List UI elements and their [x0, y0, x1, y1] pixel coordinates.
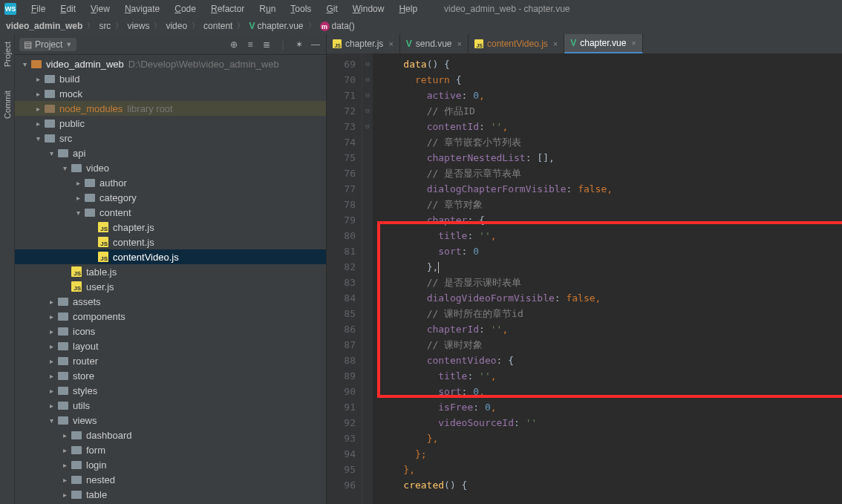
project-tree[interactable]: ▾video_admin_webD:\Develop\Web\video_adm…: [15, 55, 326, 504]
folder-icon: [71, 476, 82, 484]
code-area[interactable]: data() { return { active: 0, // 作品ID con…: [373, 53, 842, 504]
tree-file[interactable]: JStable.js: [15, 264, 326, 279]
crumb-root[interactable]: video_admin_web: [6, 21, 82, 31]
folder-icon: [58, 312, 68, 321]
fold-gutter[interactable]: ⊟⊟⊟⊟⊟: [362, 53, 373, 504]
folder-icon: [71, 164, 82, 172]
tree-folder[interactable]: ▾src: [15, 131, 326, 145]
chevron-right-icon: 〉: [87, 21, 94, 31]
collapse-all-icon[interactable]: ≣: [261, 39, 272, 50]
tree-folder[interactable]: ▸form: [15, 442, 326, 457]
folder-icon: [45, 120, 55, 128]
folder-icon: [58, 327, 68, 336]
menu-refactor[interactable]: Refactor: [205, 2, 250, 16]
hide-icon[interactable]: —: [310, 39, 322, 50]
tree-folder[interactable]: ▸table: [15, 487, 326, 502]
tree-folder[interactable]: ▸build: [15, 71, 326, 86]
tree-folder[interactable]: ▸store: [15, 368, 326, 383]
tree-folder[interactable]: ▾content: [15, 205, 326, 220]
js-file-icon: JS: [98, 237, 108, 247]
editor-pane: JSchapter.js× Vsend.vue× JScontentVideo.…: [327, 34, 842, 504]
menu-run[interactable]: Run: [253, 2, 281, 16]
crumb-views[interactable]: views: [127, 21, 149, 31]
menu-git[interactable]: Git: [320, 2, 343, 16]
tab-chapter-vue[interactable]: Vchapter.vue×: [564, 34, 643, 53]
js-file-icon: JS: [71, 281, 82, 292]
menu-help[interactable]: Help: [393, 2, 423, 16]
sidebar-header: ▤Project▼ ⊕ ≡ ≣ | ✶ —: [15, 34, 326, 55]
left-tab-commit[interactable]: Commit: [3, 88, 12, 122]
tree-folder[interactable]: ▸category: [15, 190, 326, 205]
tree-folder[interactable]: ▸layout: [15, 338, 326, 353]
menu-edit[interactable]: Edit: [54, 2, 82, 16]
tree-folder-node-modules[interactable]: ▸node_moduleslibrary root: [15, 101, 326, 116]
tree-file-selected[interactable]: JScontentVideo.js: [15, 249, 326, 264]
tree-file[interactable]: JSuser.js: [15, 279, 326, 294]
tree-folder[interactable]: ▸nested: [15, 472, 326, 487]
js-file-icon: JS: [333, 39, 342, 48]
folder-icon: [58, 387, 68, 395]
menu-navigate[interactable]: Navigate: [119, 2, 166, 16]
folder-icon: [58, 357, 68, 365]
tree-root[interactable]: ▾video_admin_webD:\Develop\Web\video_adm…: [15, 56, 326, 71]
vue-file-icon: V: [406, 39, 412, 49]
settings-icon[interactable]: ✶: [293, 39, 305, 50]
menu-tools[interactable]: Tools: [284, 2, 317, 16]
close-icon[interactable]: ×: [388, 39, 393, 48]
tab-send-vue[interactable]: Vsend.vue×: [400, 34, 469, 53]
divider: |: [277, 39, 289, 50]
caret: [438, 262, 439, 273]
folder-icon: [85, 194, 95, 202]
crumb-method[interactable]: mdata(): [320, 21, 355, 32]
folder-icon: [85, 179, 95, 187]
folder-icon: [58, 342, 68, 350]
tab-chapter-js[interactable]: JSchapter.js×: [327, 34, 400, 53]
tree-folder[interactable]: ▸public: [15, 116, 326, 131]
crumb-video[interactable]: video: [166, 21, 187, 31]
close-icon[interactable]: ×: [631, 39, 636, 48]
menu-code[interactable]: Code: [169, 2, 202, 16]
folder-icon: [71, 461, 82, 469]
expand-all-icon[interactable]: ≡: [244, 39, 256, 50]
menubar: WS FFileile Edit View Navigate Code Refa…: [0, 0, 842, 18]
close-icon[interactable]: ×: [553, 39, 558, 48]
chevron-right-icon: 〉: [154, 21, 161, 31]
tree-folder[interactable]: ▾views: [15, 413, 326, 428]
project-view-selector[interactable]: ▤Project▼: [19, 38, 76, 51]
close-icon[interactable]: ×: [457, 39, 462, 48]
menu-window[interactable]: Window: [347, 2, 391, 16]
code-editor[interactable]: 6970717273747576777879808182838485868788…: [327, 53, 842, 504]
js-file-icon: JS: [474, 39, 483, 48]
tree-file[interactable]: JScontent.js: [15, 235, 326, 249]
folder-icon: [71, 431, 82, 439]
left-tab-project[interactable]: Project: [3, 39, 12, 70]
tree-file[interactable]: JSchapter.js: [15, 220, 326, 235]
crumb-content[interactable]: content: [203, 21, 232, 31]
app-icon: WS: [4, 3, 16, 15]
crumb-src[interactable]: src: [99, 21, 111, 31]
tree-folder[interactable]: ▸mock: [15, 86, 326, 101]
folder-icon: [45, 75, 55, 83]
window-title: video_admin_web - chapter.vue: [444, 4, 570, 14]
folder-icon: [58, 372, 68, 380]
tree-folder[interactable]: ▸components: [15, 309, 326, 324]
js-file-icon: JS: [98, 222, 108, 232]
tree-folder[interactable]: ▸login: [15, 457, 326, 472]
tree-folder[interactable]: ▸utils: [15, 398, 326, 413]
chevron-down-icon: ▼: [65, 41, 72, 48]
menu-file[interactable]: FFileile: [25, 2, 51, 16]
tree-folder[interactable]: ▸author: [15, 175, 326, 190]
tree-folder[interactable]: ▸icons: [15, 324, 326, 338]
tree-folder[interactable]: ▾api: [15, 145, 326, 160]
crumb-file[interactable]: Vchapter.vue: [249, 21, 303, 31]
menu-view[interactable]: View: [85, 2, 116, 16]
tree-folder[interactable]: ▸assets: [15, 294, 326, 309]
editor-tabs: JSchapter.js× Vsend.vue× JScontentVideo.…: [327, 34, 842, 53]
breadcrumb: video_admin_web 〉 src 〉 views 〉 video 〉 …: [0, 18, 842, 34]
locate-icon[interactable]: ⊕: [228, 39, 240, 50]
tree-folder[interactable]: ▸dashboard: [15, 428, 326, 442]
tree-folder[interactable]: ▸styles: [15, 383, 326, 398]
tree-folder[interactable]: ▾video: [15, 160, 326, 175]
tab-contentvideo-js[interactable]: JScontentVideo.js×: [469, 34, 564, 53]
tree-folder[interactable]: ▸router: [15, 353, 326, 368]
